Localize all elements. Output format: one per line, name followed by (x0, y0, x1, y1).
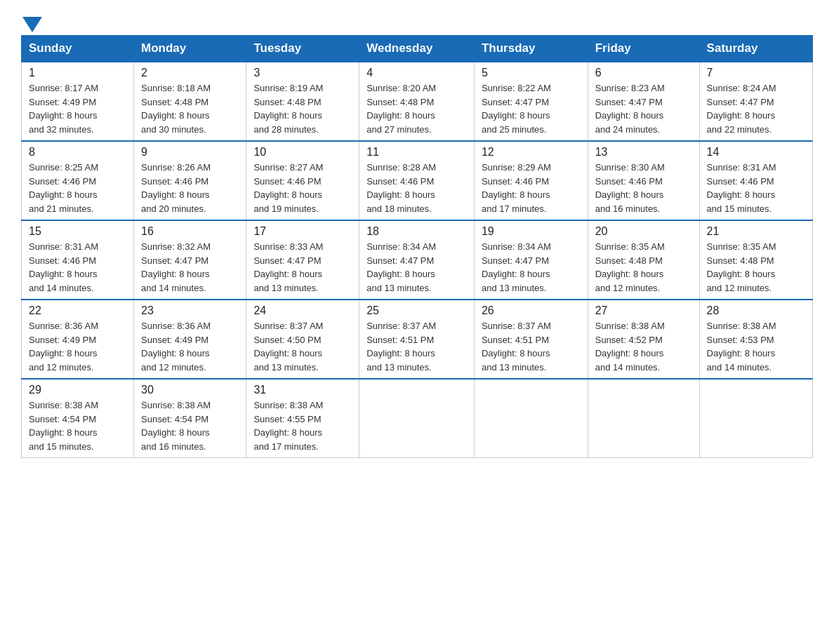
day-cell-24: 24 Sunrise: 8:37 AM Sunset: 4:50 PM Dayl… (246, 300, 359, 379)
day-cell-27: 27 Sunrise: 8:38 AM Sunset: 4:52 PM Dayl… (588, 300, 699, 379)
header-thursday: Thursday (474, 36, 588, 62)
day-number: 10 (253, 146, 352, 159)
day-cell-31: 31 Sunrise: 8:38 AM Sunset: 4:55 PM Dayl… (246, 379, 359, 458)
header-wednesday: Wednesday (359, 36, 475, 62)
empty-cell (474, 379, 588, 458)
day-info: Sunrise: 8:35 AM Sunset: 4:48 PM Dayligh… (595, 240, 692, 295)
day-number: 25 (366, 304, 467, 317)
day-cell-21: 21 Sunrise: 8:35 AM Sunset: 4:48 PM Dayl… (699, 220, 812, 300)
day-info: Sunrise: 8:28 AM Sunset: 4:46 PM Dayligh… (366, 161, 467, 215)
day-number: 15 (29, 225, 126, 238)
day-info: Sunrise: 8:37 AM Sunset: 4:51 PM Dayligh… (366, 319, 467, 374)
day-number: 22 (29, 304, 126, 317)
day-cell-6: 6 Sunrise: 8:23 AM Sunset: 4:47 PM Dayli… (588, 62, 699, 141)
day-cell-7: 7 Sunrise: 8:24 AM Sunset: 4:47 PM Dayli… (699, 62, 812, 141)
day-cell-9: 9 Sunrise: 8:26 AM Sunset: 4:46 PM Dayli… (134, 141, 246, 220)
header-monday: Monday (134, 36, 246, 62)
day-info: Sunrise: 8:37 AM Sunset: 4:51 PM Dayligh… (482, 319, 581, 374)
day-number: 27 (595, 304, 692, 317)
day-info: Sunrise: 8:18 AM Sunset: 4:48 PM Dayligh… (141, 81, 239, 136)
day-number: 12 (482, 146, 581, 159)
day-number: 20 (595, 225, 692, 238)
calendar-row: 1 Sunrise: 8:17 AM Sunset: 4:49 PM Dayli… (22, 62, 813, 141)
empty-cell (588, 379, 699, 458)
day-info: Sunrise: 8:17 AM Sunset: 4:49 PM Dayligh… (29, 81, 126, 136)
header-friday: Friday (588, 36, 699, 62)
day-number: 4 (366, 67, 467, 79)
day-info: Sunrise: 8:36 AM Sunset: 4:49 PM Dayligh… (141, 319, 239, 374)
day-cell-16: 16 Sunrise: 8:32 AM Sunset: 4:47 PM Dayl… (134, 220, 246, 300)
day-info: Sunrise: 8:30 AM Sunset: 4:46 PM Dayligh… (595, 161, 692, 215)
day-cell-29: 29 Sunrise: 8:38 AM Sunset: 4:54 PM Dayl… (22, 379, 134, 458)
day-number: 23 (141, 304, 239, 317)
day-cell-30: 30 Sunrise: 8:38 AM Sunset: 4:54 PM Dayl… (134, 379, 246, 458)
day-info: Sunrise: 8:38 AM Sunset: 4:53 PM Dayligh… (707, 319, 805, 374)
day-number: 17 (253, 225, 352, 238)
day-info: Sunrise: 8:23 AM Sunset: 4:47 PM Dayligh… (595, 81, 692, 136)
day-number: 13 (595, 146, 692, 159)
day-number: 30 (141, 384, 239, 396)
day-info: Sunrise: 8:27 AM Sunset: 4:46 PM Dayligh… (253, 161, 352, 215)
day-cell-19: 19 Sunrise: 8:34 AM Sunset: 4:47 PM Dayl… (474, 220, 588, 300)
day-cell-12: 12 Sunrise: 8:29 AM Sunset: 4:46 PM Dayl… (474, 141, 588, 220)
day-number: 21 (707, 225, 805, 238)
day-number: 31 (253, 384, 352, 396)
day-number: 2 (141, 67, 239, 79)
day-number: 18 (366, 225, 467, 238)
svg-marker-0 (22, 17, 42, 32)
day-info: Sunrise: 8:31 AM Sunset: 4:46 PM Dayligh… (29, 240, 126, 295)
calendar-header-row: SundayMondayTuesdayWednesdayThursdayFrid… (22, 36, 813, 62)
day-number: 5 (482, 67, 581, 79)
day-cell-11: 11 Sunrise: 8:28 AM Sunset: 4:46 PM Dayl… (359, 141, 475, 220)
day-number: 3 (253, 67, 352, 79)
day-number: 11 (366, 146, 467, 159)
day-info: Sunrise: 8:25 AM Sunset: 4:46 PM Dayligh… (29, 161, 126, 215)
day-info: Sunrise: 8:37 AM Sunset: 4:50 PM Dayligh… (253, 319, 352, 374)
day-number: 9 (141, 146, 239, 159)
day-info: Sunrise: 8:26 AM Sunset: 4:46 PM Dayligh… (141, 161, 239, 215)
day-info: Sunrise: 8:38 AM Sunset: 4:54 PM Dayligh… (141, 398, 239, 453)
day-number: 28 (707, 304, 805, 317)
day-cell-18: 18 Sunrise: 8:34 AM Sunset: 4:47 PM Dayl… (359, 220, 475, 300)
header-sunday: Sunday (22, 36, 134, 62)
day-cell-23: 23 Sunrise: 8:36 AM Sunset: 4:49 PM Dayl… (134, 300, 246, 379)
day-cell-8: 8 Sunrise: 8:25 AM Sunset: 4:46 PM Dayli… (22, 141, 134, 220)
day-cell-10: 10 Sunrise: 8:27 AM Sunset: 4:46 PM Dayl… (246, 141, 359, 220)
day-info: Sunrise: 8:34 AM Sunset: 4:47 PM Dayligh… (366, 240, 467, 295)
day-info: Sunrise: 8:33 AM Sunset: 4:47 PM Dayligh… (253, 240, 352, 295)
empty-cell (699, 379, 812, 458)
day-cell-13: 13 Sunrise: 8:30 AM Sunset: 4:46 PM Dayl… (588, 141, 699, 220)
day-cell-14: 14 Sunrise: 8:31 AM Sunset: 4:46 PM Dayl… (699, 141, 812, 220)
day-number: 1 (29, 67, 126, 79)
day-number: 16 (141, 225, 239, 238)
day-cell-22: 22 Sunrise: 8:36 AM Sunset: 4:49 PM Dayl… (22, 300, 134, 379)
day-info: Sunrise: 8:38 AM Sunset: 4:54 PM Dayligh… (29, 398, 126, 453)
calendar-row: 15 Sunrise: 8:31 AM Sunset: 4:46 PM Dayl… (22, 220, 813, 300)
day-number: 19 (482, 225, 581, 238)
day-number: 24 (253, 304, 352, 317)
day-number: 6 (595, 67, 692, 79)
day-info: Sunrise: 8:38 AM Sunset: 4:55 PM Dayligh… (253, 398, 352, 453)
page-header (21, 14, 813, 28)
calendar-row: 22 Sunrise: 8:36 AM Sunset: 4:49 PM Dayl… (22, 300, 813, 379)
calendar-table: SundayMondayTuesdayWednesdayThursdayFrid… (21, 35, 813, 458)
day-cell-17: 17 Sunrise: 8:33 AM Sunset: 4:47 PM Dayl… (246, 220, 359, 300)
logo (21, 14, 42, 28)
calendar-row: 8 Sunrise: 8:25 AM Sunset: 4:46 PM Dayli… (22, 141, 813, 220)
day-cell-25: 25 Sunrise: 8:37 AM Sunset: 4:51 PM Dayl… (359, 300, 475, 379)
header-tuesday: Tuesday (246, 36, 359, 62)
day-info: Sunrise: 8:19 AM Sunset: 4:48 PM Dayligh… (253, 81, 352, 136)
day-cell-20: 20 Sunrise: 8:35 AM Sunset: 4:48 PM Dayl… (588, 220, 699, 300)
day-cell-2: 2 Sunrise: 8:18 AM Sunset: 4:48 PM Dayli… (134, 62, 246, 141)
day-info: Sunrise: 8:32 AM Sunset: 4:47 PM Dayligh… (141, 240, 239, 295)
day-cell-1: 1 Sunrise: 8:17 AM Sunset: 4:49 PM Dayli… (22, 62, 134, 141)
day-info: Sunrise: 8:24 AM Sunset: 4:47 PM Dayligh… (707, 81, 805, 136)
day-cell-3: 3 Sunrise: 8:19 AM Sunset: 4:48 PM Dayli… (246, 62, 359, 141)
day-cell-26: 26 Sunrise: 8:37 AM Sunset: 4:51 PM Dayl… (474, 300, 588, 379)
day-info: Sunrise: 8:34 AM Sunset: 4:47 PM Dayligh… (482, 240, 581, 295)
header-saturday: Saturday (699, 36, 812, 62)
day-cell-15: 15 Sunrise: 8:31 AM Sunset: 4:46 PM Dayl… (22, 220, 134, 300)
day-cell-5: 5 Sunrise: 8:22 AM Sunset: 4:47 PM Dayli… (474, 62, 588, 141)
day-number: 29 (29, 384, 126, 396)
day-info: Sunrise: 8:20 AM Sunset: 4:48 PM Dayligh… (366, 81, 467, 136)
